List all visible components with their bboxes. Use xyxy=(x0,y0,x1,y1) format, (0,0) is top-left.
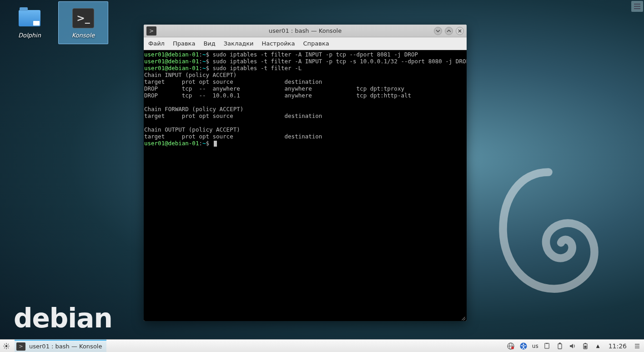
svg-line-8 xyxy=(8,344,9,345)
taskbar: > user01 : bash — Konsole us ▲ 11:26 xyxy=(0,339,644,352)
svg-point-14 xyxy=(523,343,524,345)
window-app-icon: > xyxy=(146,26,156,36)
desktop-icon-dolphin[interactable]: Dolphin xyxy=(5,1,55,44)
window-titlebar[interactable]: > user01 : bash — Konsole xyxy=(144,25,467,37)
clock[interactable]: 11:26 xyxy=(607,342,629,350)
network-icon[interactable] xyxy=(507,342,515,350)
desktop-icon-label: Konsole xyxy=(72,32,95,39)
window-title: user01 : bash — Konsole xyxy=(144,27,467,34)
svg-rect-17 xyxy=(558,344,562,349)
debian-wordmark: debian xyxy=(14,303,112,334)
taskbar-item-konsole[interactable]: > user01 : bash — Konsole xyxy=(15,340,106,352)
tray-expand-icon[interactable]: ▲ xyxy=(594,342,602,350)
svg-point-12 xyxy=(511,347,514,349)
svg-rect-16 xyxy=(546,343,548,344)
battery-icon[interactable] xyxy=(581,342,589,350)
removable-device-icon[interactable] xyxy=(556,342,564,350)
menu-settings[interactable]: Настройка xyxy=(262,40,295,47)
svg-point-0 xyxy=(5,345,8,347)
desktop-icons: Dolphin >_ Konsole xyxy=(5,1,108,44)
menu-help[interactable]: Справка xyxy=(303,40,329,47)
resize-grip[interactable] xyxy=(459,314,466,320)
menu-edit[interactable]: Правка xyxy=(173,40,195,47)
svg-rect-21 xyxy=(584,346,586,348)
volume-icon[interactable] xyxy=(569,342,577,350)
application-launcher[interactable] xyxy=(0,340,13,352)
keyboard-layout-indicator[interactable]: us xyxy=(532,343,538,349)
close-button[interactable] xyxy=(456,27,464,35)
debian-swirl-logo xyxy=(489,161,608,297)
accessibility-icon[interactable] xyxy=(519,342,528,350)
svg-line-6 xyxy=(8,347,9,348)
konsole-window: > user01 : bash — Konsole Файл Правка Ви… xyxy=(144,25,467,321)
svg-rect-15 xyxy=(545,343,549,348)
maximize-button[interactable] xyxy=(445,27,453,35)
desktop-menu-button[interactable] xyxy=(631,1,643,12)
svg-line-5 xyxy=(4,344,5,345)
folder-icon xyxy=(18,7,41,29)
terminal-icon: > xyxy=(16,342,25,351)
system-tray: us ▲ 11:26 xyxy=(507,340,644,352)
clipboard-icon[interactable] xyxy=(543,342,551,350)
panel-menu-icon[interactable] xyxy=(633,342,641,350)
menu-bookmarks[interactable]: Закладки xyxy=(224,40,254,47)
desktop-icon-konsole[interactable]: >_ Konsole xyxy=(58,1,108,44)
svg-line-7 xyxy=(4,347,5,348)
desktop-icon-label: Dolphin xyxy=(18,32,41,39)
menubar: Файл Правка Вид Закладки Настройка Справ… xyxy=(144,37,467,50)
taskbar-item-label: user01 : bash — Konsole xyxy=(29,343,102,350)
svg-rect-20 xyxy=(584,343,586,344)
minimize-button[interactable] xyxy=(434,27,442,35)
terminal-output[interactable]: user01@debian-01:~$ sudo iptables -t fil… xyxy=(144,50,467,321)
terminal-icon: >_ xyxy=(71,7,95,29)
svg-rect-18 xyxy=(559,342,561,344)
menu-file[interactable]: Файл xyxy=(148,40,165,47)
menu-view[interactable]: Вид xyxy=(203,40,215,47)
